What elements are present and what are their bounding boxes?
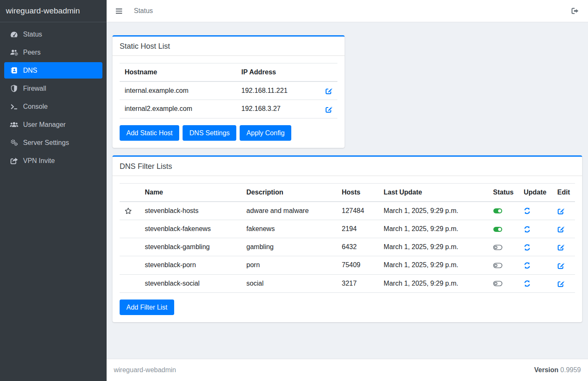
name-cell: stevenblack-porn xyxy=(140,256,241,274)
sidebar-item-label: Firewall xyxy=(23,85,46,92)
last-update-cell: March 1, 2025, 9:29 p.m. xyxy=(379,202,488,220)
sidebar-item-label: DNS xyxy=(23,67,37,74)
content: Static Host List Hostname IP Address xyxy=(107,22,588,359)
sidebar-item-status[interactable]: Status xyxy=(4,26,102,42)
static-host-table: Hostname IP Address internal.example.com… xyxy=(120,63,337,118)
sidebar-item-label: Status xyxy=(23,31,42,38)
gears-icon xyxy=(8,139,20,146)
table-row: stevenblack-porn porn 75409 March 1, 202… xyxy=(120,256,575,274)
star-icon xyxy=(125,208,132,214)
column-header-hosts: Hosts xyxy=(337,183,379,202)
version-text: Version 0.9959 xyxy=(534,366,581,374)
address-book-icon xyxy=(8,67,20,74)
table-row: stevenblack-fakenews fakenews 2194 March… xyxy=(120,220,575,238)
brand-link[interactable]: wireguard-webadmin xyxy=(0,0,107,22)
add-filter-list-button[interactable]: Add Filter List xyxy=(120,300,174,315)
hostname-cell: internal.example.com xyxy=(120,81,236,100)
sidebar-item-server-settings[interactable]: Server Settings xyxy=(4,134,102,151)
hosts-cell: 2194 xyxy=(337,220,379,238)
terminal-icon xyxy=(8,104,20,110)
sidebar-item-label: Peers xyxy=(23,49,41,56)
edit-icon[interactable] xyxy=(557,226,564,233)
sidebar-item-console[interactable]: Console xyxy=(4,98,102,115)
name-cell: stevenblack-hosts xyxy=(140,202,241,220)
column-header-description: Description xyxy=(241,183,337,202)
dns-filter-table: Name Description Hosts Last Update Statu… xyxy=(120,183,575,293)
table-row: internal.example.com 192.168.11.221 xyxy=(120,81,337,100)
edit-icon[interactable] xyxy=(325,106,332,113)
sidebar-item-label: VPN Invite xyxy=(23,157,55,165)
update-sync-icon[interactable] xyxy=(524,208,531,214)
status-toggle-icon[interactable] xyxy=(493,226,502,232)
sidebar-item-dns[interactable]: DNS xyxy=(4,62,102,79)
name-cell: stevenblack-fakenews xyxy=(140,220,241,238)
sidebar: wireguard-webadmin Status Peers DNS Fire… xyxy=(0,0,107,381)
shield-icon xyxy=(8,85,20,92)
sidebar-item-peers[interactable]: Peers xyxy=(4,44,102,60)
add-static-host-button[interactable]: Add Static Host xyxy=(120,125,179,141)
logout-icon[interactable] xyxy=(571,8,579,14)
last-update-cell: March 1, 2025, 9:29 p.m. xyxy=(379,256,488,274)
description-cell: porn xyxy=(241,256,337,274)
table-row: stevenblack-social social 3217 March 1, … xyxy=(120,274,575,292)
column-header-name: Name xyxy=(140,183,241,202)
hosts-cell: 75409 xyxy=(337,256,379,274)
edit-icon[interactable] xyxy=(325,87,332,95)
update-sync-icon[interactable] xyxy=(524,226,531,233)
dns-filter-lists-card-header: DNS Filter Lists xyxy=(112,157,582,176)
dns-settings-button[interactable]: DNS Settings xyxy=(183,125,236,141)
share-icon xyxy=(8,158,20,164)
column-header-edit: Edit xyxy=(552,183,575,202)
footer-brand: wireguard-webadmin xyxy=(114,366,176,374)
apply-config-button[interactable]: Apply Config xyxy=(240,125,291,141)
ip-cell: 192.168.3.27 xyxy=(236,100,311,118)
edit-icon[interactable] xyxy=(557,208,564,215)
column-header-star xyxy=(120,183,140,202)
column-header-status: Status xyxy=(488,183,519,202)
hosts-cell: 3217 xyxy=(337,274,379,292)
brand-label: wireguard-webadmin xyxy=(6,6,80,16)
static-host-card-header: Static Host List xyxy=(112,37,345,56)
ip-cell: 192.168.11.221 xyxy=(236,81,311,100)
status-toggle-icon[interactable] xyxy=(493,263,502,268)
table-row: internal2.example.com 192.168.3.27 xyxy=(120,100,337,118)
column-header-update: Update xyxy=(519,183,552,202)
sidebar-item-vpn-invite[interactable]: VPN Invite xyxy=(4,152,102,169)
sidebar-item-firewall[interactable]: Firewall xyxy=(4,80,102,97)
sidebar-item-label: User Manager xyxy=(23,121,65,129)
table-row: stevenblack-gambling gambling 6432 March… xyxy=(120,238,575,256)
app-root: wireguard-webadmin Status Peers DNS Fire… xyxy=(0,0,588,381)
dns-filter-lists-card: DNS Filter Lists Name Description Hosts … xyxy=(112,155,582,322)
status-toggle-icon[interactable] xyxy=(493,281,502,286)
topbar-status-link[interactable]: Status xyxy=(134,7,153,15)
column-header-ip: IP Address xyxy=(236,63,311,82)
column-header-last-update: Last Update xyxy=(379,183,488,202)
edit-icon[interactable] xyxy=(557,280,564,287)
sidebar-nav: Status Peers DNS Firewall Console User M… xyxy=(0,22,107,171)
description-cell: adware and malware xyxy=(241,202,337,220)
sidebar-item-user-manager[interactable]: User Manager xyxy=(4,116,102,133)
last-update-cell: March 1, 2025, 9:29 p.m. xyxy=(379,220,488,238)
name-cell: stevenblack-gambling xyxy=(140,238,241,256)
hostname-cell: internal2.example.com xyxy=(120,100,236,118)
topbar: Status xyxy=(107,0,588,22)
last-update-cell: March 1, 2025, 9:29 p.m. xyxy=(379,238,488,256)
status-toggle-icon[interactable] xyxy=(493,208,502,214)
update-sync-icon[interactable] xyxy=(524,244,531,251)
edit-icon[interactable] xyxy=(557,244,564,251)
table-row: stevenblack-hosts adware and malware 127… xyxy=(120,202,575,220)
menu-icon[interactable] xyxy=(115,8,123,15)
update-sync-icon[interactable] xyxy=(524,262,531,269)
update-sync-icon[interactable] xyxy=(524,280,531,287)
description-cell: gambling xyxy=(241,238,337,256)
last-update-cell: March 1, 2025, 9:29 p.m. xyxy=(379,274,488,292)
status-toggle-icon[interactable] xyxy=(493,244,502,250)
tachometer-icon xyxy=(8,31,20,38)
column-header-hostname: Hostname xyxy=(120,63,236,82)
users-icon xyxy=(8,121,20,128)
main-area: Status Static Host List Hostname IP Addr… xyxy=(107,0,588,381)
hosts-cell: 6432 xyxy=(337,238,379,256)
column-header-actions xyxy=(311,63,337,82)
card-title: Static Host List xyxy=(120,42,337,51)
edit-icon[interactable] xyxy=(557,262,564,269)
